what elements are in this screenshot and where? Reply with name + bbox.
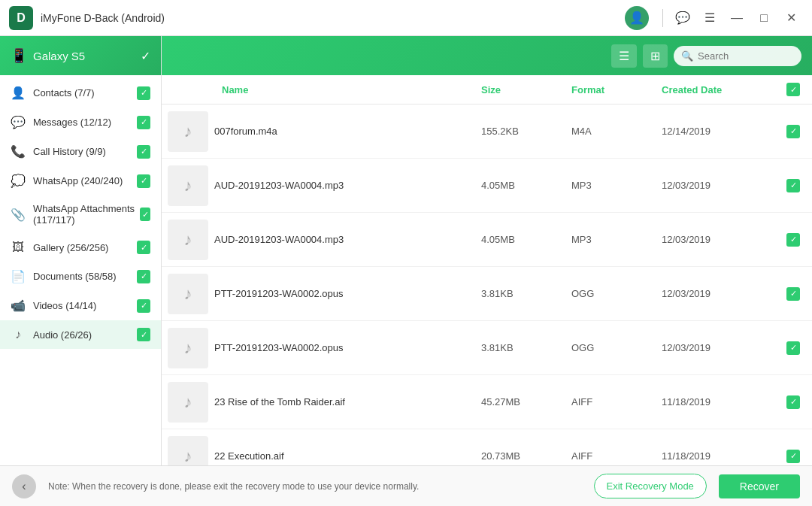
sidebar-checkbox-messages[interactable]: ✓: [137, 116, 150, 129]
sidebar-label-audio: Audio (26/26): [33, 329, 92, 341]
maximize-button[interactable]: □: [752, 6, 776, 30]
sidebar-item-callhistory[interactable]: 📞 Call History (9/9) ✓: [0, 137, 161, 166]
row-check-icon[interactable]: ✓: [786, 395, 800, 409]
row-format: OGG: [571, 288, 662, 299]
grid-view-button[interactable]: ⊞: [643, 44, 668, 68]
sidebar-checkbox-whatsapp[interactable]: ✓: [137, 174, 150, 188]
sidebar-item-left: 👤 Contacts (7/7): [11, 86, 95, 100]
row-size: 4.05MB: [481, 180, 571, 191]
row-checkbox[interactable]: ✓: [774, 395, 812, 409]
row-date: 12/03/2019: [662, 180, 774, 191]
col-header-format: Format: [571, 84, 662, 95]
row-format: AIFF: [571, 450, 662, 462]
row-check-icon[interactable]: ✓: [786, 125, 800, 138]
separator: [662, 9, 663, 27]
row-format: OGG: [571, 342, 662, 353]
table-row[interactable]: ♪ PTT-20191203-WA0002.opus 3.81KB OGG 12…: [162, 321, 812, 375]
row-name: 007forum.m4a: [214, 126, 481, 137]
row-check-icon[interactable]: ✓: [786, 179, 800, 192]
app-title: iMyFone D-Back (Android): [41, 12, 165, 24]
audio-icon: ♪: [168, 328, 208, 368]
sidebar-checkbox-videos[interactable]: ✓: [137, 299, 150, 313]
row-date: 12/14/2019: [662, 126, 774, 137]
row-check-icon[interactable]: ✓: [786, 287, 800, 301]
sidebar-label-whatsappatt: WhatsApp Attachments (117/117): [33, 203, 140, 226]
row-checkbox[interactable]: ✓: [774, 287, 812, 301]
row-check-icon[interactable]: ✓: [786, 450, 800, 463]
col-header-check[interactable]: ✓: [774, 83, 812, 96]
main-layout: 📱 Galaxy S5 ✓ 👤 Contacts (7/7) ✓ 💬 Messa…: [0, 36, 812, 465]
sidebar-label-documents: Documents (58/58): [33, 271, 117, 282]
sidebar-item-left: 📞 Call History (9/9): [11, 144, 106, 159]
row-name: AUD-20191203-WA0004.mp3: [214, 180, 481, 191]
row-date: 12/03/2019: [662, 234, 774, 245]
sidebar-item-left: ♪ Audio (26/26): [11, 328, 92, 341]
table-row[interactable]: ♪ 22 Execution.aif 20.73MB AIFF 11/18/20…: [162, 429, 812, 465]
audio-icon: ♪: [168, 274, 208, 314]
sidebar-checkbox-callhistory[interactable]: ✓: [137, 145, 150, 159]
title-bar: D iMyFone D-Back (Android) 👤 💬 ☰ — □ ✕: [0, 0, 812, 36]
row-thumbnail: ♪: [162, 274, 214, 314]
audio-icon: ♪: [168, 165, 208, 206]
table-body: ♪ 007forum.m4a 155.2KB M4A 12/14/2019 ✓ …: [162, 105, 812, 465]
search-wrapper: 🔍: [674, 46, 801, 66]
sidebar-item-left: 💭 WhatsApp (240/240): [11, 174, 123, 188]
row-checkbox[interactable]: ✓: [774, 450, 812, 463]
sidebar: 📱 Galaxy S5 ✓ 👤 Contacts (7/7) ✓ 💬 Messa…: [0, 36, 162, 465]
back-button[interactable]: ‹: [12, 474, 36, 498]
audio-icon: ♪: [168, 111, 208, 152]
select-all-checkbox[interactable]: ✓: [786, 83, 800, 96]
user-icon[interactable]: 👤: [625, 6, 649, 30]
row-checkbox[interactable]: ✓: [774, 179, 812, 192]
row-thumbnail: ♪: [162, 436, 214, 466]
device-check: ✓: [141, 49, 150, 63]
row-check-icon[interactable]: ✓: [786, 341, 800, 355]
sidebar-checkbox-whatsappatt[interactable]: ✓: [140, 208, 150, 221]
list-view-button[interactable]: ☰: [611, 44, 637, 68]
row-size: 3.81KB: [481, 342, 571, 353]
content-area: ☰ ⊞ 🔍 Name Size Format Created Date ✓ ♪ …: [162, 36, 812, 465]
sidebar-item-documents[interactable]: 📄 Documents (58/58) ✓: [0, 262, 161, 291]
sidebar-item-messages[interactable]: 💬 Messages (12/12) ✓: [0, 108, 161, 137]
minimize-button[interactable]: —: [725, 6, 749, 30]
row-date: 11/18/2019: [662, 450, 774, 462]
title-bar-left: D iMyFone D-Back (Android): [9, 6, 165, 30]
sidebar-icon-whatsappatt: 📎: [11, 208, 26, 222]
table-row[interactable]: ♪ PTT-20191203-WA0002.opus 3.81KB OGG 12…: [162, 267, 812, 321]
row-checkbox[interactable]: ✓: [774, 125, 812, 138]
sidebar-item-left: 💬 Messages (12/12): [11, 115, 111, 129]
sidebar-label-whatsapp: WhatsApp (240/240): [33, 175, 123, 186]
table-row[interactable]: ♪ 007forum.m4a 155.2KB M4A 12/14/2019 ✓: [162, 105, 812, 159]
sidebar-checkbox-audio[interactable]: ✓: [137, 328, 150, 341]
row-size: 4.05MB: [481, 234, 571, 245]
close-button[interactable]: ✕: [779, 6, 803, 30]
sidebar-item-left: 📹 Videos (14/14): [11, 298, 96, 313]
sidebar-checkbox-documents[interactable]: ✓: [137, 270, 150, 283]
row-checkbox[interactable]: ✓: [774, 341, 812, 355]
table-row[interactable]: ♪ AUD-20191203-WA0004.mp3 4.05MB MP3 12/…: [162, 159, 812, 213]
sidebar-icon-contacts: 👤: [11, 86, 26, 100]
col-header-date: Created Date: [662, 84, 774, 95]
device-header-left: 📱 Galaxy S5: [11, 47, 85, 64]
row-thumbnail: ♪: [162, 220, 214, 260]
table-row[interactable]: ♪ AUD-20191203-WA0004.mp3 4.05MB MP3 12/…: [162, 213, 812, 267]
sidebar-item-whatsappatt[interactable]: 📎 WhatsApp Attachments (117/117) ✓: [0, 195, 161, 233]
exit-recovery-button[interactable]: Exit Recovery Mode: [594, 474, 707, 498]
table-row[interactable]: ♪ 23 Rise of the Tomb Raider.aif 45.27MB…: [162, 375, 812, 429]
sidebar-checkbox-gallery[interactable]: ✓: [137, 241, 150, 254]
sidebar-checkbox-contacts[interactable]: ✓: [137, 86, 150, 100]
row-date: 12/03/2019: [662, 288, 774, 299]
menu-button[interactable]: ☰: [698, 6, 722, 30]
sidebar-item-audio[interactable]: ♪ Audio (26/26) ✓: [0, 320, 161, 349]
sidebar-item-videos[interactable]: 📹 Videos (14/14) ✓: [0, 291, 161, 320]
sidebar-item-gallery[interactable]: 🖼 Gallery (256/256) ✓: [0, 233, 161, 262]
row-name: 23 Rise of the Tomb Raider.aif: [214, 396, 481, 408]
col-header-size: Size: [481, 84, 571, 95]
sidebar-icon-whatsapp: 💭: [11, 174, 26, 188]
message-button[interactable]: 💬: [671, 6, 695, 30]
row-checkbox[interactable]: ✓: [774, 233, 812, 247]
sidebar-item-contacts[interactable]: 👤 Contacts (7/7) ✓: [0, 78, 161, 108]
row-check-icon[interactable]: ✓: [786, 233, 800, 247]
sidebar-item-whatsapp[interactable]: 💭 WhatsApp (240/240) ✓: [0, 166, 161, 195]
recover-button[interactable]: Recover: [719, 474, 800, 498]
